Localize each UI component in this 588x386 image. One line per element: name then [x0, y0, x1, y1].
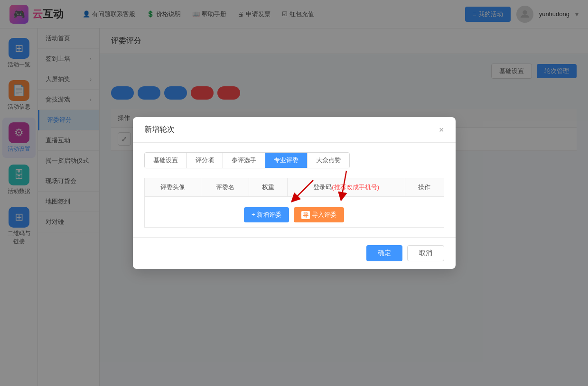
modal-footer: 确定 取消: [133, 237, 456, 269]
import-icon: 导: [301, 211, 310, 219]
login-code-hint: (推荐改成手机号): [332, 184, 379, 191]
modal-add-round: 新增轮次 × 基础设置 评分项 参评选手 专业评委 大众点赞 评委头像 评委名 …: [133, 117, 456, 269]
col-judge-weight: 权重: [249, 178, 287, 197]
modal-tab-public-praise[interactable]: 大众点赞: [308, 153, 349, 168]
add-judge-button[interactable]: + 新增评委: [244, 207, 289, 222]
col-judge-avatar: 评委头像: [144, 178, 201, 197]
judge-action-row: + 新增评委 导 导入评委: [144, 197, 444, 228]
modal-overlay[interactable]: 新增轮次 × 基础设置 评分项 参评选手 专业评委 大众点赞 评委头像 评委名 …: [0, 0, 588, 386]
modal-action-row: + 新增评委 导 导入评委: [151, 207, 437, 222]
modal-close-button[interactable]: ×: [439, 126, 444, 134]
modal-tab-basic-settings[interactable]: 基础设置: [145, 153, 187, 168]
col-judge-action: 操作: [405, 178, 444, 197]
modal-tab-professional-judge[interactable]: 专业评委: [265, 153, 308, 168]
confirm-button[interactable]: 确定: [366, 245, 402, 261]
judge-table: 评委头像 评委名 权重 登录码(推荐改成手机号) 操作 + 新增评委: [144, 178, 444, 228]
modal-body: 基础设置 评分项 参评选手 专业评委 大众点赞 评委头像 评委名 权重 登录码(…: [133, 143, 456, 237]
col-judge-name: 评委名: [201, 178, 249, 197]
modal-title: 新增轮次: [144, 125, 175, 135]
cancel-button[interactable]: 取消: [407, 245, 444, 261]
modal-tab-participant[interactable]: 参评选手: [223, 153, 265, 168]
modal-header: 新增轮次 ×: [133, 117, 456, 143]
modal-tab-scoring-items[interactable]: 评分项: [187, 153, 223, 168]
import-judge-button[interactable]: 导 导入评委: [294, 207, 344, 222]
col-judge-login-code: 登录码(推荐改成手机号): [288, 178, 405, 197]
modal-tabs: 基础设置 评分项 参评选手 专业评委 大众点赞: [144, 152, 350, 168]
